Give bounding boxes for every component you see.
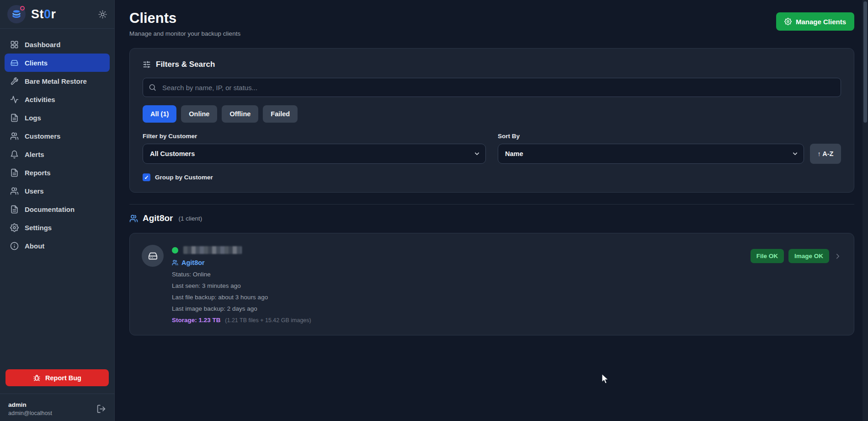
sidebar-footer: admin admin@localhost <box>0 394 114 421</box>
group-by-customer-label: Group by Customer <box>155 174 213 181</box>
customer-select[interactable]: All Customers <box>143 144 486 164</box>
info-icon <box>10 242 19 250</box>
sort-col: Sort By Name ↑ A-Z <box>498 133 841 164</box>
file-text-icon <box>10 113 19 122</box>
database-icon <box>11 9 21 19</box>
client-avatar <box>142 245 164 267</box>
report-bug-button[interactable]: Report Bug <box>5 369 109 386</box>
sidebar-item-logs[interactable]: Logs <box>5 108 110 127</box>
customer-group-header: Agit8or (1 client) <box>129 213 854 223</box>
filter-pill-offline[interactable]: Offline <box>222 105 258 123</box>
user-email: admin@localhost <box>8 410 96 416</box>
sidebar-item-label: Settings <box>25 224 52 232</box>
hard-drive-icon <box>148 251 158 261</box>
main-content: Clients Manage and monitor your backup c… <box>115 0 868 421</box>
manage-clients-button[interactable]: Manage Clients <box>776 12 854 31</box>
app-logo <box>7 5 26 23</box>
sidebar-item-reports[interactable]: Reports <box>5 163 110 182</box>
file-text-icon <box>10 205 19 214</box>
filter-pill-all[interactable]: All (1) <box>143 105 176 123</box>
gear-icon <box>10 223 19 232</box>
scrollbar-thumb[interactable] <box>863 1 867 123</box>
client-name-row <box>172 246 751 254</box>
sidebar-item-settings[interactable]: Settings <box>5 218 110 237</box>
file-ok-badge: File OK <box>751 249 784 263</box>
wrench-icon <box>10 77 19 86</box>
status-filter-pills: All (1) Online Offline Failed <box>143 105 841 123</box>
sidebar-item-label: Clients <box>25 59 48 67</box>
client-last-seen: Last seen: 3 minutes ago <box>172 282 751 289</box>
sidebar-item-label: Customers <box>25 132 60 140</box>
sidebar-item-bare-metal-restore[interactable]: Bare Metal Restore <box>5 72 110 90</box>
hard-drive-icon <box>10 59 19 67</box>
filter-pill-failed[interactable]: Failed <box>263 105 298 123</box>
client-badges: File OK Image OK <box>751 249 842 263</box>
search-icon <box>149 84 156 92</box>
sidebar-item-label: Reports <box>25 169 51 177</box>
user-info: admin admin@localhost <box>8 401 96 416</box>
sidebar-item-customers[interactable]: Customers <box>5 127 110 145</box>
sidebar-header: St0r <box>0 0 114 29</box>
client-customer-link[interactable]: Agit8or <box>172 259 751 266</box>
sidebar-item-about[interactable]: About <box>5 237 110 255</box>
sort-direction-button[interactable]: ↑ A-Z <box>810 144 841 164</box>
page-title: Clients <box>129 10 240 27</box>
customer-group-name: Agit8or <box>143 213 173 223</box>
notification-ring-icon <box>20 6 25 11</box>
client-storage-detail: (1.21 TB files + 15.42 GB images) <box>225 317 311 324</box>
client-storage-total: Storage: 1.23 TB <box>172 317 221 324</box>
scrollbar[interactable] <box>863 0 868 421</box>
sidebar-item-label: Activities <box>25 96 55 103</box>
sliders-icon <box>143 60 151 69</box>
users-icon <box>172 259 178 266</box>
client-last-image-backup: Last image backup: 2 days ago <box>172 305 751 312</box>
sidebar-item-activities[interactable]: Activities <box>5 90 110 108</box>
sidebar-item-dashboard[interactable]: Dashboard <box>5 35 110 54</box>
theme-toggle-sun-icon[interactable] <box>98 10 107 19</box>
client-customer-name: Agit8or <box>181 259 205 266</box>
gear-icon <box>784 18 792 25</box>
bug-icon <box>33 374 41 382</box>
activity-icon <box>10 95 19 104</box>
search-wrap <box>143 78 841 97</box>
filter-pill-online[interactable]: Online <box>181 105 217 123</box>
client-status-line: Status: Online <box>172 271 751 278</box>
sidebar-nav: Dashboard Clients Bare Metal Restore Act… <box>0 29 114 369</box>
customer-filter-col: Filter by Customer All Customers <box>143 133 486 164</box>
client-last-file-backup: Last file backup: about 3 hours ago <box>172 294 751 301</box>
filters-card: Filters & Search All (1) Online Offline … <box>129 48 854 193</box>
content-divider <box>129 204 854 205</box>
checkbox-checked-icon: ✓ <box>143 173 150 181</box>
group-by-customer-checkbox[interactable]: ✓ Group by Customer <box>143 173 841 181</box>
online-status-dot <box>172 247 178 254</box>
users-icon <box>10 187 19 195</box>
customer-group-count: (1 client) <box>179 215 202 222</box>
sidebar: St0r Dashboard Clients Bare Metal Restor… <box>0 0 115 421</box>
client-card[interactable]: Agit8or Status: Online Last seen: 3 minu… <box>129 233 854 335</box>
report-bug-label: Report Bug <box>45 374 81 382</box>
page-header: Clients Manage and monitor your backup c… <box>129 10 854 37</box>
sort-label: Sort By <box>498 133 841 140</box>
bell-icon <box>10 150 19 159</box>
manage-clients-label: Manage Clients <box>796 18 846 26</box>
users-icon <box>10 132 19 140</box>
sidebar-item-clients[interactable]: Clients <box>5 54 110 72</box>
client-name-redacted <box>183 246 242 254</box>
sort-select[interactable]: Name <box>498 144 804 164</box>
sidebar-item-label: Users <box>25 187 44 195</box>
dashboard-icon <box>10 40 19 49</box>
sidebar-item-label: Dashboard <box>25 41 60 49</box>
logout-icon[interactable] <box>96 404 106 414</box>
users-icon <box>129 214 138 223</box>
chevron-right-icon[interactable] <box>834 252 842 260</box>
sidebar-item-documentation[interactable]: Documentation <box>5 200 110 218</box>
sidebar-item-alerts[interactable]: Alerts <box>5 145 110 163</box>
file-text-icon <box>10 168 19 177</box>
customer-filter-label: Filter by Customer <box>143 133 486 140</box>
filters-title-row: Filters & Search <box>143 60 841 69</box>
client-details: Agit8or Status: Online Last seen: 3 minu… <box>172 245 751 324</box>
page-subtitle: Manage and monitor your backup clients <box>129 30 240 37</box>
search-input[interactable] <box>143 78 841 97</box>
sidebar-item-label: Logs <box>25 114 41 122</box>
sidebar-item-users[interactable]: Users <box>5 182 110 200</box>
